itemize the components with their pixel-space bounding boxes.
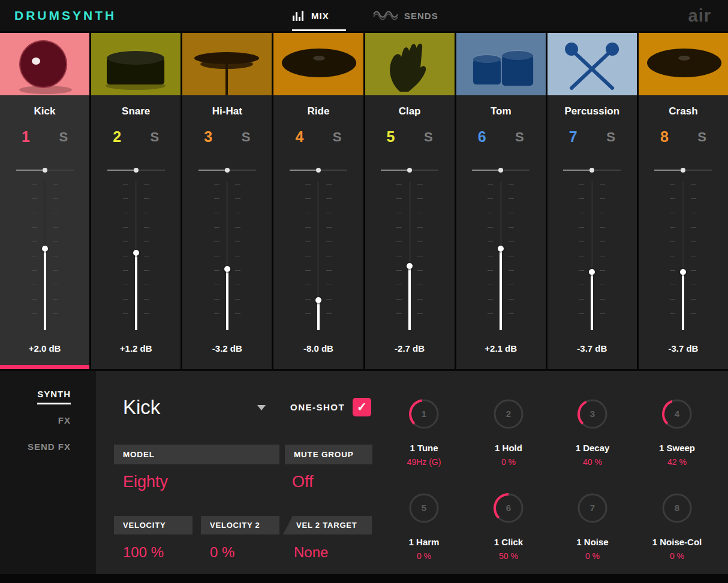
pan-handle[interactable] — [225, 168, 230, 173]
mute-group-value[interactable]: Off — [292, 473, 314, 491]
pan-handle[interactable] — [589, 168, 594, 173]
fader-ticks-right — [691, 184, 696, 328]
volume-fader[interactable] — [209, 182, 246, 330]
velocity2-field[interactable]: VELOCITY 2 — [201, 516, 279, 534]
channel-strip-hi-hat[interactable]: Hi-Hat 3 S -3.2 dB — [182, 33, 272, 369]
knob-1-tune[interactable]: 1 1 Tune 49Hz (G) — [382, 397, 466, 467]
pan-slider[interactable] — [198, 167, 256, 173]
pan-handle[interactable] — [43, 168, 47, 173]
channel-thumbnail[interactable] — [91, 33, 181, 95]
volume-fader[interactable] — [26, 182, 64, 330]
solo-button[interactable]: S — [424, 129, 433, 145]
channel-thumbnail[interactable] — [456, 33, 546, 95]
velocity-field[interactable]: VELOCITY — [114, 516, 192, 534]
channel-thumbnail[interactable] — [639, 33, 728, 95]
solo-button[interactable]: S — [697, 129, 706, 145]
knob-1-harm[interactable]: 5 1 Harm 0 % — [382, 491, 466, 561]
channel-number: 7 — [569, 128, 577, 146]
knob-face[interactable]: 8 — [660, 491, 694, 525]
knob-1-noise-col[interactable]: 8 1 Noise-Col 0 % — [635, 491, 719, 561]
fader-handle[interactable] — [407, 263, 413, 269]
volume-fader[interactable] — [664, 182, 702, 330]
fader-handle[interactable] — [224, 266, 230, 272]
vel2-target-field[interactable]: VEL 2 TARGET — [283, 516, 372, 534]
fader-handle[interactable] — [42, 246, 48, 252]
channel-number-row: 6 S — [478, 128, 524, 146]
sidebar-item-synth[interactable]: SYNTH — [0, 389, 96, 400]
fader-handle[interactable] — [315, 297, 321, 303]
pan-slider[interactable] — [654, 167, 712, 173]
channel-strip-snare[interactable]: Snare 2 S +1.2 dB — [91, 33, 181, 369]
tab-mix[interactable]: MIX — [292, 0, 329, 31]
pan-handle[interactable] — [498, 168, 503, 173]
pan-slider[interactable] — [381, 167, 438, 173]
solo-button[interactable]: S — [242, 129, 251, 145]
one-shot-checkbox[interactable]: ✓ — [353, 398, 371, 416]
knob-face[interactable]: 7 — [576, 491, 609, 525]
knob-1-hold[interactable]: 2 1 Hold 0 % — [467, 397, 550, 467]
knob-face[interactable]: 3 — [576, 397, 609, 431]
volume-fader[interactable] — [391, 182, 428, 330]
channel-strip-percussion[interactable]: Percussion 7 S -3.7 dB — [547, 33, 637, 369]
channel-thumbnail[interactable] — [273, 33, 363, 95]
knob-1-decay[interactable]: 3 1 Decay 40 % — [550, 397, 634, 467]
solo-button[interactable]: S — [333, 129, 342, 145]
solo-button[interactable]: S — [515, 129, 524, 145]
pan-slider[interactable] — [107, 167, 165, 173]
knob-face[interactable]: 6 — [492, 491, 525, 525]
solo-button[interactable]: S — [59, 129, 68, 145]
channel-thumbnail[interactable] — [182, 33, 272, 95]
knob-value: 49Hz (G) — [382, 457, 466, 467]
channel-strip-clap[interactable]: Clap 5 S -2.7 dB — [365, 33, 455, 369]
volume-fader[interactable] — [482, 182, 519, 330]
channel-strip-ride[interactable]: Ride 4 S -8.0 dB — [273, 33, 363, 369]
pan-slider[interactable] — [472, 167, 530, 173]
solo-button[interactable]: S — [606, 129, 615, 145]
velocity2-value[interactable]: 0 % — [210, 544, 234, 561]
sidebar-item-fx[interactable]: FX — [0, 415, 96, 426]
channel-strip-kick[interactable]: Kick 1 S +2.0 dB — [0, 33, 89, 369]
drumsynth-app: DRUMSYNTH MIX SENDS air Kick 1 S — [0, 0, 728, 583]
pan-slider[interactable] — [290, 167, 347, 173]
knob-1-sweep[interactable]: 4 1 Sweep 42 % — [635, 397, 719, 467]
knob-face[interactable]: 4 — [660, 397, 694, 431]
sidebar-item-send-fx[interactable]: SEND FX — [0, 442, 96, 452]
pan-slider[interactable] — [563, 167, 621, 173]
knob-1-noise[interactable]: 7 1 Noise 0 % — [550, 491, 634, 561]
volume-fader[interactable] — [118, 182, 155, 330]
sends-waves-icon — [373, 10, 398, 22]
pan-handle[interactable] — [681, 168, 685, 173]
knob-label: 1 Noise — [550, 537, 634, 548]
fader-ticks-right — [600, 184, 605, 328]
fader-handle[interactable] — [133, 250, 139, 256]
channel-thumbnail[interactable] — [547, 33, 637, 95]
fader-ticks-left — [123, 184, 128, 328]
solo-button[interactable]: S — [151, 129, 160, 145]
model-value[interactable]: Eighty — [123, 473, 168, 491]
knob-face[interactable]: 1 — [407, 397, 441, 431]
knob-1-click[interactable]: 6 1 Click 50 % — [467, 491, 550, 561]
channel-strip-tom[interactable]: Tom 6 S +2.1 dB — [456, 33, 546, 369]
fader-handle[interactable] — [680, 269, 686, 275]
pan-slider[interactable] — [16, 167, 74, 173]
channel-thumbnail[interactable] — [365, 33, 455, 95]
model-field[interactable]: MODEL — [114, 445, 279, 464]
tab-sends[interactable]: SENDS — [373, 0, 438, 31]
vel2-target-value[interactable]: None — [294, 544, 328, 561]
instrument-selector[interactable]: Kick — [123, 396, 266, 419]
fader-handle[interactable] — [589, 269, 595, 275]
knob-face[interactable]: 5 — [407, 491, 441, 525]
volume-fader[interactable] — [573, 182, 610, 330]
velocity-value[interactable]: 100 % — [123, 544, 164, 561]
pan-handle[interactable] — [134, 168, 139, 173]
mute-group-field-label: MUTE GROUP — [285, 445, 372, 464]
volume-fader[interactable] — [300, 182, 337, 330]
mute-group-field[interactable]: MUTE GROUP — [285, 445, 372, 464]
knob-face[interactable]: 2 — [492, 397, 525, 431]
pan-handle[interactable] — [316, 168, 321, 173]
knob-index: 6 — [492, 491, 525, 525]
pan-handle[interactable] — [407, 168, 412, 173]
channel-thumbnail[interactable] — [0, 33, 89, 95]
fader-handle[interactable] — [498, 246, 504, 252]
channel-strip-crash[interactable]: Crash 8 S -3.7 dB — [639, 33, 728, 369]
